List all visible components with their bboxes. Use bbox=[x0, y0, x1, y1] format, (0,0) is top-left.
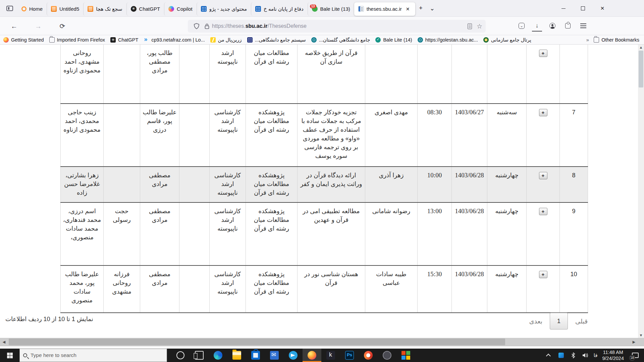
bookmark-star-icon[interactable]: ☆ bbox=[477, 22, 482, 30]
tab-1[interactable]: Untitled5 bbox=[47, 2, 83, 16]
tab-2[interactable]: سجع تک هجا bbox=[83, 2, 126, 16]
cell-degree: کارشناسی ارشد ناپیوسته bbox=[210, 202, 246, 265]
vertical-scroll-thumb[interactable] bbox=[639, 51, 643, 87]
bookmark-label: زرین‌پال من bbox=[218, 37, 242, 43]
cell-num: 8 bbox=[560, 167, 588, 202]
bookmark-item-5[interactable]: سیستم جامع دانشگاهی... bbox=[247, 37, 306, 43]
tracking-shield-icon[interactable] bbox=[194, 23, 199, 29]
scroll-up-arrow[interactable]: ▲ bbox=[638, 45, 644, 50]
dark-app-taskbar-button[interactable] bbox=[378, 349, 396, 362]
expand-row-button[interactable]: + bbox=[539, 172, 547, 179]
scroll-left-arrow[interactable]: ◄ bbox=[0, 338, 8, 346]
cell-num: 7 bbox=[560, 104, 588, 167]
table-row-9: 9+چهارشنبه1403/06/2813:00رضوانه شامانیمط… bbox=[61, 202, 588, 265]
photoshop-icon bbox=[345, 351, 354, 360]
tab-0[interactable]: Home bbox=[17, 2, 47, 16]
taskbar-search[interactable]: Type here to search bbox=[19, 349, 167, 362]
chatgpt-icon bbox=[131, 6, 137, 12]
reader-mode-icon[interactable] bbox=[468, 23, 472, 29]
tab-6[interactable]: دفاع از پایان نامه خ bbox=[251, 2, 307, 16]
time-value: 10:00 bbox=[427, 172, 442, 179]
minimize-button[interactable] bbox=[557, 3, 570, 14]
tray-colored-icon[interactable] bbox=[557, 353, 565, 358]
lock-icon[interactable] bbox=[205, 23, 209, 29]
volume-icon[interactable] bbox=[582, 353, 589, 358]
bookmarks-overflow-chevron[interactable]: » bbox=[586, 37, 589, 43]
downloads-icon[interactable]: ↓ bbox=[532, 20, 542, 32]
forward-button[interactable]: → bbox=[32, 20, 44, 32]
pocket-icon[interactable]: ⌄ bbox=[517, 20, 527, 32]
grid-app-icon bbox=[401, 351, 410, 360]
language-indicator[interactable]: فا bbox=[594, 352, 598, 358]
date-value: 1403/06/28 bbox=[455, 172, 484, 179]
cell-time: 08:30 bbox=[418, 104, 452, 167]
horizontal-scroll-thumb[interactable] bbox=[9, 339, 505, 345]
bookmark-label: جامع دانشگاهي گلستان... bbox=[319, 37, 370, 43]
tab-label: Copilot bbox=[177, 6, 193, 12]
file-explorer-taskbar-button[interactable] bbox=[227, 349, 246, 362]
hidden-icons-chevron[interactable] bbox=[545, 354, 553, 357]
reload-button[interactable]: ⟳ bbox=[56, 20, 68, 32]
bookmark-item-2[interactable]: ChatGPT bbox=[110, 37, 138, 43]
mail-taskbar-button[interactable] bbox=[265, 349, 284, 362]
edge-taskbar-button[interactable] bbox=[209, 349, 227, 362]
cell-supervisor: مصطفی مرادی bbox=[140, 202, 179, 265]
firefox-taskbar-button[interactable] bbox=[303, 349, 321, 362]
url-text[interactable]: https://theses.sbu.ac.ir/ThesesDefense bbox=[212, 23, 468, 29]
close-window-button[interactable] bbox=[596, 3, 609, 14]
tab-label: ChatGPT bbox=[139, 6, 160, 12]
telegram-taskbar-button[interactable] bbox=[284, 349, 303, 362]
pagination-page-1[interactable]: 1 bbox=[550, 313, 568, 329]
tab-7[interactable]: 13Bale Lite (13) bbox=[308, 2, 354, 16]
tab-3[interactable]: ChatGPT bbox=[126, 2, 164, 16]
bookmark-item-9[interactable]: پرتال جامع سازمانی bbox=[483, 37, 531, 43]
back-button[interactable]: ← bbox=[8, 20, 20, 32]
expand-row-button[interactable]: + bbox=[539, 109, 547, 116]
photoshop-taskbar-button[interactable] bbox=[340, 349, 359, 362]
bookmark-item-7[interactable]: Bale Lite (14) bbox=[375, 37, 412, 43]
scroll-right-arrow[interactable]: ► bbox=[630, 338, 638, 346]
url-bar[interactable]: https://theses.sbu.ac.ir/ThesesDefense ☆ bbox=[188, 20, 486, 33]
bookmark-item-1[interactable]: Imported From Firefox bbox=[49, 37, 105, 43]
menu-hamburger-icon[interactable] bbox=[578, 20, 588, 32]
bookmark-item-3[interactable]: cp93.netafraz.com | Lo... bbox=[144, 37, 205, 43]
cell-date: 1403/06/28 bbox=[452, 202, 487, 265]
scroll-down-arrow[interactable]: ▼ bbox=[638, 333, 644, 338]
cell-time bbox=[418, 45, 452, 104]
tab-active[interactable]: theses.sbu.ac.ir✕ bbox=[354, 2, 415, 16]
grid-app-taskbar-button[interactable] bbox=[396, 349, 415, 362]
k-app-taskbar-button[interactable] bbox=[321, 349, 340, 362]
red-app-taskbar-button[interactable] bbox=[359, 349, 378, 362]
tab-4[interactable]: Copilot bbox=[164, 2, 197, 16]
cell-time: 13:00 bbox=[418, 202, 452, 265]
other-bookmarks[interactable]: Other Bookmarks bbox=[594, 37, 639, 43]
book-icon bbox=[51, 6, 57, 12]
bookmark-item-4[interactable]: زرین‌پال من bbox=[210, 37, 242, 43]
account-icon[interactable] bbox=[547, 20, 557, 32]
pagination-next[interactable]: بعدی bbox=[529, 317, 542, 325]
tab-5[interactable]: محتوای جدید - پژو bbox=[197, 2, 251, 16]
horizontal-scrollbar[interactable]: ◄ ► bbox=[0, 338, 644, 346]
expand-row-button[interactable]: + bbox=[539, 208, 547, 215]
cortana-taskbar-button[interactable] bbox=[171, 349, 190, 362]
bookmark-item-0[interactable]: Getting Started bbox=[3, 37, 44, 43]
restore-button[interactable] bbox=[576, 3, 590, 14]
windows-taskbar: Type here to search فا 11:48 AM 9/24/202… bbox=[0, 349, 644, 362]
pagination-prev[interactable]: قبلی bbox=[575, 317, 588, 325]
notification-center[interactable]: 18 bbox=[629, 349, 642, 362]
bookmark-item-6[interactable]: جامع دانشگاهي گلستان... bbox=[311, 37, 370, 43]
store-taskbar-button[interactable] bbox=[246, 349, 265, 362]
new-tab-button[interactable]: + bbox=[415, 3, 427, 14]
extensions-icon[interactable] bbox=[563, 20, 573, 32]
tab-close-icon[interactable]: ✕ bbox=[405, 6, 411, 12]
taskbar-clock[interactable]: 11:48 AM 9/24/2024 bbox=[602, 349, 624, 361]
bookmark-item-8[interactable]: https://golestan.sbu.ac... bbox=[418, 37, 478, 43]
list-all-tabs-button[interactable]: ⌄ bbox=[427, 3, 438, 14]
expand-row-button[interactable]: + bbox=[539, 271, 547, 278]
expand-row-button[interactable]: + bbox=[539, 50, 547, 57]
vertical-scrollbar[interactable]: ▲ ▼ bbox=[638, 45, 644, 338]
start-button[interactable] bbox=[0, 349, 19, 362]
task-view-taskbar-button[interactable] bbox=[190, 349, 209, 362]
bluetooth-icon[interactable] bbox=[570, 352, 577, 358]
firefox-view-button[interactable] bbox=[2, 2, 17, 14]
